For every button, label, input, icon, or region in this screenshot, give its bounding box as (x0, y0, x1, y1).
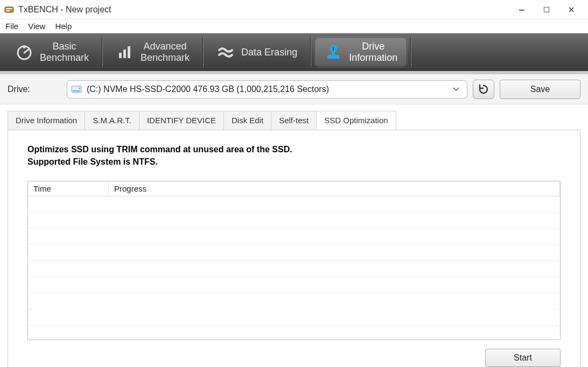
table-row (28, 277, 560, 293)
drive-selected-text: (C:) NVMe HS-SSD-C2000 476.93 GB (1,000,… (87, 84, 329, 94)
svg-rect-4 (544, 7, 549, 12)
close-button[interactable] (559, 2, 584, 18)
panel-description: Optimizes SSD using TRIM command at unus… (27, 143, 561, 168)
ssd-optimization-panel: Optimizes SSD using TRIM command at unus… (8, 130, 580, 367)
table-row (28, 293, 560, 309)
menubar: File View Help (0, 19, 588, 33)
maximize-button[interactable] (534, 2, 559, 18)
chevron-down-icon (452, 84, 461, 94)
tab-drive-information-label: Drive Information (349, 41, 397, 63)
grid-header: Time Progress (28, 181, 560, 196)
svg-rect-0 (5, 7, 13, 12)
menu-file[interactable]: File (5, 22, 18, 31)
toolbar-separator (410, 38, 411, 67)
tab-data-erasing[interactable]: Data Erasing (207, 37, 307, 67)
svg-point-17 (79, 87, 80, 88)
tab-data-erasing-label: Data Erasing (241, 47, 297, 58)
panel-description-line2: Supported File System is NTFS. (27, 156, 561, 168)
menu-help[interactable]: Help (55, 22, 72, 31)
tab-basic-benchmark[interactable]: Basic Benchmark (5, 37, 99, 67)
svg-rect-7 (23, 45, 25, 48)
subtabs: Drive Information S.M.A.R.T. IDENTIFY DE… (8, 111, 580, 130)
drive-select[interactable]: (C:) NVMe HS-SSD-C2000 476.93 GB (1,000,… (67, 80, 467, 98)
grid-body (28, 196, 560, 326)
svg-rect-2 (6, 10, 10, 11)
main-toolbar: Basic Benchmark Advanced Benchmark (0, 33, 588, 74)
progress-grid: Time Progress (27, 181, 561, 340)
drive-row: Drive: (C:) NVMe HS-SSD-C2000 476.93 GB … (0, 74, 588, 104)
menu-view[interactable]: View (28, 22, 45, 31)
tab-drive-information[interactable]: i Drive Information (314, 37, 407, 67)
start-button[interactable]: Start (485, 349, 561, 367)
window-title: TxBENCH - New project (18, 5, 111, 15)
minimize-button[interactable] (509, 2, 534, 18)
subtab-drive-information[interactable]: Drive Information (8, 111, 85, 130)
refresh-button[interactable] (473, 80, 494, 99)
bars-icon (116, 43, 134, 61)
panel-description-line1: Optimizes SSD using TRIM command at unus… (27, 143, 561, 156)
subtab-disk-edit[interactable]: Disk Edit (223, 111, 271, 130)
column-time[interactable]: Time (28, 181, 109, 196)
table-row (28, 309, 560, 326)
drive-info-icon: i (324, 43, 342, 61)
subtab-self-test[interactable]: Self-test (271, 111, 317, 130)
svg-rect-10 (128, 46, 130, 58)
gauge-icon (15, 43, 33, 61)
tab-advanced-benchmark-label: Advanced Benchmark (141, 41, 190, 63)
table-row (28, 213, 560, 229)
svg-line-6 (24, 50, 29, 53)
svg-rect-3 (519, 10, 524, 11)
table-row (28, 196, 560, 213)
svg-rect-1 (6, 8, 12, 9)
tab-basic-benchmark-label: Basic Benchmark (40, 41, 89, 63)
svg-rect-9 (123, 50, 126, 58)
subtab-ssd-optimization[interactable]: SSD Optimization (316, 111, 396, 130)
svg-text:i: i (333, 46, 334, 52)
toolbar-separator (310, 38, 311, 67)
table-row (28, 229, 560, 245)
tab-advanced-benchmark[interactable]: Advanced Benchmark (106, 37, 199, 67)
toolbar-separator (202, 38, 204, 67)
table-row (28, 261, 560, 277)
svg-rect-16 (73, 90, 80, 91)
panel-footer: Start (27, 340, 561, 367)
svg-rect-15 (72, 86, 81, 93)
app-icon (4, 5, 14, 15)
wave-icon (216, 43, 235, 61)
subtab-smart[interactable]: S.M.A.R.T. (85, 111, 139, 130)
subtab-identify-device[interactable]: IDENTIFY DEVICE (139, 111, 224, 130)
svg-rect-11 (327, 55, 339, 59)
save-button[interactable]: Save (500, 80, 580, 99)
refresh-icon (478, 83, 489, 95)
content-area: Drive Information S.M.A.R.T. IDENTIFY DE… (0, 104, 588, 367)
toolbar-separator (102, 38, 103, 67)
titlebar: TxBENCH - New project (0, 0, 588, 19)
svg-rect-8 (119, 53, 122, 58)
column-progress[interactable]: Progress (109, 181, 560, 196)
table-row (28, 245, 560, 261)
hdd-icon (71, 83, 82, 95)
drive-label: Drive: (8, 84, 61, 94)
